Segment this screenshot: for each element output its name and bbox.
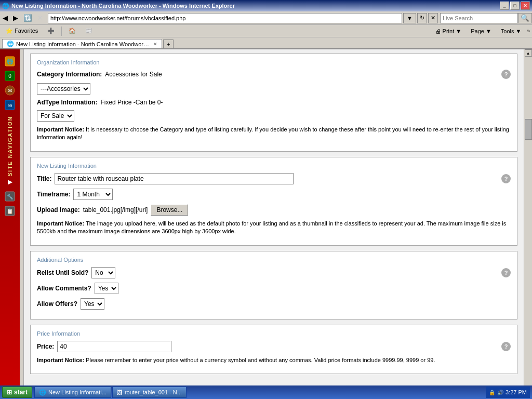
category-value: Accessories for Sale xyxy=(105,71,162,78)
org-notice-text: Important Notice: It is necessary to cho… xyxy=(37,126,511,142)
sidebar-icon-2[interactable]: 0 xyxy=(3,69,17,83)
price-section-title: Price Information xyxy=(37,330,511,337)
tab-icon: 🌐 xyxy=(7,41,14,47)
org-notice-row: Important Notice: It is necessary to cho… xyxy=(37,126,511,142)
upload-notice-row: Important Notice: The image you upload h… xyxy=(37,220,511,236)
new-tab-button[interactable]: + xyxy=(163,39,174,48)
upload-value: table_001.jpg[/img][/url] xyxy=(83,206,148,214)
toolbar-expand[interactable]: » xyxy=(527,28,530,34)
svg-text:🔧: 🔧 xyxy=(7,193,14,200)
browse-button[interactable]: Browse... xyxy=(151,204,188,216)
svg-text:🌐: 🌐 xyxy=(7,58,14,65)
adtype-label: AdType Information: xyxy=(37,99,97,106)
url-dropdown-button[interactable]: ▼ xyxy=(403,13,416,23)
svg-text:✉: ✉ xyxy=(8,88,12,94)
taskbar-item-2[interactable]: 🖼 router_table_001 - N... xyxy=(112,387,187,397)
navigation-bar: ◀ ▶ 🔃 ✕ ▼ ↻ ✕ 🔍 xyxy=(0,11,532,25)
price-row: Price: ? xyxy=(37,341,511,352)
stop-button[interactable]: ✕ xyxy=(35,12,46,23)
relist-label: Relist Until Sold? xyxy=(37,269,88,276)
category-select[interactable]: ---Accessories xyxy=(37,83,90,95)
maximize-button[interactable]: □ xyxy=(510,2,520,10)
adtype-row: AdType Information: Fixed Price -Can be … xyxy=(37,99,511,106)
price-input[interactable] xyxy=(57,341,171,352)
add-favorites-button[interactable]: ➕ xyxy=(44,26,58,36)
refresh-button[interactable]: 🔃 xyxy=(21,12,35,23)
start-button[interactable]: ⊞ start xyxy=(2,387,32,397)
category-row: Category Information: Accessories for Sa… xyxy=(37,70,511,79)
start-icon: ⊞ xyxy=(7,389,12,396)
relist-select[interactable]: No Yes xyxy=(91,267,115,278)
category-select-row: ---Accessories xyxy=(37,83,511,95)
search-button[interactable]: 🔍 xyxy=(518,13,532,23)
svg-text:📋: 📋 xyxy=(7,208,14,215)
feeds-button[interactable]: 📰 xyxy=(82,26,96,36)
taskbar-items: 🌐 New Listing Informati... 🖼 router_tabl… xyxy=(34,387,486,397)
taskbar: ⊞ start 🌐 New Listing Informati... 🖼 rou… xyxy=(0,385,532,397)
price-notice-text: Important Notice: Please remember to ent… xyxy=(37,356,435,364)
taskbar-item-2-label: router_table_001 - N... xyxy=(125,389,182,395)
title-input[interactable] xyxy=(55,173,294,184)
taskbar-item-1-label: New Listing Informati... xyxy=(48,389,107,395)
scroll-up-button[interactable]: ▲ xyxy=(525,49,532,57)
svg-text:0: 0 xyxy=(8,73,11,79)
category-label: Category Information: xyxy=(37,71,102,78)
window-icon: 🌐 xyxy=(2,3,9,9)
price-label: Price: xyxy=(37,343,54,350)
price-help-icon[interactable]: ? xyxy=(501,342,511,351)
print-button[interactable]: 🖨 Print ▼ xyxy=(432,26,466,36)
timeframe-label: Timeframe: xyxy=(37,191,70,198)
relist-help-icon[interactable]: ? xyxy=(501,268,511,277)
tools-button[interactable]: Tools ▼ xyxy=(497,26,525,36)
minimize-button[interactable]: _ xyxy=(500,2,509,10)
upload-notice-body: The image you upload here, will be used … xyxy=(37,220,506,234)
sidebar-icons: 🌐 0 ✉ 99 xyxy=(3,55,17,112)
timeframe-select[interactable]: 1 Month 2 Months 3 Months xyxy=(73,189,113,200)
offers-label: Allow Offers? xyxy=(37,300,77,308)
go-button[interactable]: ↻ xyxy=(417,13,427,23)
category-help-icon[interactable]: ? xyxy=(501,70,511,79)
price-section: Price Information Price: ? Important Not… xyxy=(30,325,517,374)
organization-section-title: Organization Information xyxy=(37,59,511,65)
page-button[interactable]: Page ▼ xyxy=(467,26,495,36)
comments-select[interactable]: Yes No xyxy=(95,283,118,294)
active-tab[interactable]: 🌐 New Listing Information - North Caroli… xyxy=(2,39,162,48)
adtype-value: Fixed Price -Can be 0- xyxy=(100,99,163,106)
relist-row: Relist Until Sold? No Yes ? xyxy=(37,267,511,278)
back-button[interactable]: ◀ xyxy=(0,12,10,23)
url-bar: ▼ ↻ ✕ xyxy=(48,13,438,23)
window-title-bar: 🌐 New Listing Information - North Caroli… xyxy=(0,0,532,11)
sidebar-icon-4[interactable]: 🔧 xyxy=(3,190,17,203)
home-button[interactable]: 🏠 xyxy=(65,26,79,36)
close-button[interactable]: ✕ xyxy=(521,2,530,10)
right-scrollbar[interactable]: ▲ ▼ xyxy=(524,49,532,397)
search-input[interactable] xyxy=(440,13,518,23)
stop-nav-button[interactable]: ✕ xyxy=(428,13,438,23)
system-clock: 3:27 PM xyxy=(506,389,527,395)
additional-section-title: Additional Options xyxy=(37,257,511,263)
sidebar-icon-1[interactable]: 🌐 xyxy=(3,55,17,68)
sidebar-icon-3[interactable]: ✉ xyxy=(3,84,17,97)
sidebar-nav: 🌐 0 ✉ 99 SITE NAVIGATION ▶ 🔧 📋 xyxy=(0,49,20,397)
comments-row: Allow Comments? Yes No xyxy=(37,283,511,294)
adtype-select-row: For Sale xyxy=(37,110,511,122)
tab-close-button[interactable]: ✕ xyxy=(153,42,157,47)
comments-label: Allow Comments? xyxy=(37,285,91,292)
favorites-button[interactable]: ⭐ Favorites xyxy=(2,26,42,36)
price-notice-row: Important Notice: Please remember to ent… xyxy=(37,356,511,364)
window-title: New Listing Information - North Carolina… xyxy=(11,3,500,9)
sidebar-icon-99[interactable]: 99 xyxy=(3,98,17,112)
tray-icon-2: 🔊 xyxy=(497,390,503,395)
offers-row: Allow Offers? Yes No xyxy=(37,298,511,310)
url-input[interactable] xyxy=(48,13,402,23)
title-help-icon[interactable]: ? xyxy=(501,174,511,183)
main-layout: 🌐 0 ✉ 99 SITE NAVIGATION ▶ 🔧 📋 xyxy=(0,49,532,397)
sidebar-icon-5[interactable]: 📋 xyxy=(3,204,17,218)
forward-button[interactable]: ▶ xyxy=(10,12,21,23)
scroll-thumb[interactable] xyxy=(525,119,532,140)
taskbar-item-1[interactable]: 🌐 New Listing Informati... xyxy=(34,387,111,397)
offers-select[interactable]: Yes No xyxy=(81,298,104,310)
additional-section: Additional Options Relist Until Sold? No… xyxy=(30,251,517,320)
adtype-select[interactable]: For Sale xyxy=(37,110,74,122)
sidebar-expand-arrow[interactable]: ▶ xyxy=(8,178,12,185)
